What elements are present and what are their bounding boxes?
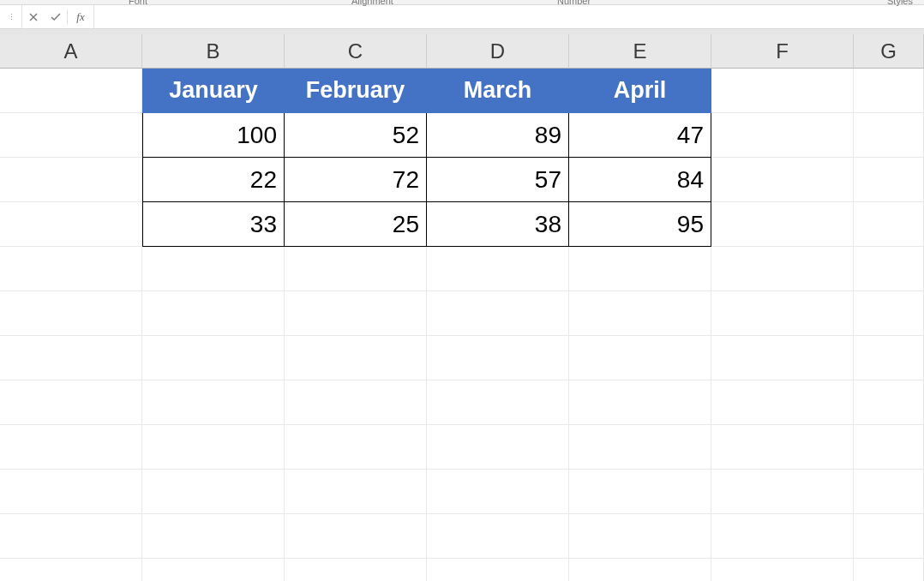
cell-G7[interactable] — [854, 336, 924, 380]
cell-E6[interactable] — [569, 291, 711, 336]
cell-F5[interactable] — [711, 247, 854, 291]
cell-G6[interactable] — [854, 291, 924, 336]
cell-D11[interactable] — [427, 514, 569, 559]
cell-D9[interactable] — [427, 425, 569, 470]
cell-E8[interactable] — [569, 380, 711, 425]
cell-C11[interactable] — [285, 514, 427, 559]
cell-A1[interactable] — [0, 69, 142, 113]
cell-F10[interactable] — [711, 470, 854, 514]
cell-E2[interactable]: 47 — [569, 113, 711, 158]
cell-E10[interactable] — [569, 470, 711, 514]
cell-B1[interactable]: January — [142, 69, 285, 113]
cell-B2[interactable]: 100 — [142, 113, 285, 158]
col-header-G[interactable]: G — [854, 34, 924, 69]
cell-G2[interactable] — [854, 113, 924, 158]
cell-D4[interactable]: 38 — [427, 202, 569, 247]
col-header-D[interactable]: D — [427, 34, 569, 69]
cell-G11[interactable] — [854, 514, 924, 559]
cell-A2[interactable] — [0, 113, 142, 158]
col-header-F[interactable]: F — [711, 34, 854, 69]
cell-F1[interactable] — [711, 69, 854, 113]
cell-E9[interactable] — [569, 425, 711, 470]
cell-C9[interactable] — [285, 425, 427, 470]
fx-icon: fx — [76, 10, 84, 24]
cell-F2[interactable] — [711, 113, 854, 158]
formula-bar-options-icon[interactable]: ⋮ — [0, 5, 22, 28]
cell-G9[interactable] — [854, 425, 924, 470]
cell-G4[interactable] — [854, 202, 924, 247]
cell-F7[interactable] — [711, 336, 854, 380]
cell-G5[interactable] — [854, 247, 924, 291]
cell-C12[interactable] — [285, 559, 427, 581]
cell-B12[interactable] — [142, 559, 285, 581]
cell-B5[interactable] — [142, 247, 285, 291]
ribbon-group-alignment: Alignment — [351, 0, 393, 6]
cell-D10[interactable] — [427, 470, 569, 514]
cell-F11[interactable] — [711, 514, 854, 559]
cell-C10[interactable] — [285, 470, 427, 514]
insert-function-button[interactable]: fx — [68, 5, 93, 28]
cell-E3[interactable]: 84 — [569, 158, 711, 202]
cell-A8[interactable] — [0, 380, 142, 425]
cell-F8[interactable] — [711, 380, 854, 425]
cell-E11[interactable] — [569, 514, 711, 559]
col-header-A[interactable]: A — [0, 34, 142, 69]
row-2: 100 52 89 47 — [0, 113, 924, 158]
cell-B4[interactable]: 33 — [142, 202, 285, 247]
cell-C1[interactable]: February — [285, 69, 427, 113]
cell-A9[interactable] — [0, 425, 142, 470]
formula-input[interactable] — [93, 5, 924, 28]
cell-E7[interactable] — [569, 336, 711, 380]
cell-D6[interactable] — [427, 291, 569, 336]
cell-C5[interactable] — [285, 247, 427, 291]
cell-B7[interactable] — [142, 336, 285, 380]
cell-C3[interactable]: 72 — [285, 158, 427, 202]
cell-A10[interactable] — [0, 470, 142, 514]
cell-B11[interactable] — [142, 514, 285, 559]
cell-A11[interactable] — [0, 514, 142, 559]
cell-D5[interactable] — [427, 247, 569, 291]
cell-G1[interactable] — [854, 69, 924, 113]
cell-C6[interactable] — [285, 291, 427, 336]
cell-F12[interactable] — [711, 559, 854, 581]
spreadsheet-grid[interactable]: A B C D E F G January February March Apr… — [0, 34, 924, 581]
cell-B3[interactable]: 22 — [142, 158, 285, 202]
cancel-button[interactable] — [22, 5, 45, 28]
cell-G8[interactable] — [854, 380, 924, 425]
cell-D12[interactable] — [427, 559, 569, 581]
cell-D1[interactable]: March — [427, 69, 569, 113]
cell-C4[interactable]: 25 — [285, 202, 427, 247]
col-header-E[interactable]: E — [569, 34, 711, 69]
col-header-C[interactable]: C — [285, 34, 427, 69]
cell-A12[interactable] — [0, 559, 142, 581]
cell-G3[interactable] — [854, 158, 924, 202]
cell-E4[interactable]: 95 — [569, 202, 711, 247]
enter-button[interactable] — [45, 5, 67, 28]
cell-F6[interactable] — [711, 291, 854, 336]
cell-A6[interactable] — [0, 291, 142, 336]
cell-F4[interactable] — [711, 202, 854, 247]
cell-D2[interactable]: 89 — [427, 113, 569, 158]
cell-B8[interactable] — [142, 380, 285, 425]
cell-G12[interactable] — [854, 559, 924, 581]
cell-B10[interactable] — [142, 470, 285, 514]
cell-C8[interactable] — [285, 380, 427, 425]
col-header-B[interactable]: B — [142, 34, 285, 69]
cell-A4[interactable] — [0, 202, 142, 247]
cell-A7[interactable] — [0, 336, 142, 380]
cell-F9[interactable] — [711, 425, 854, 470]
cell-G10[interactable] — [854, 470, 924, 514]
cell-F3[interactable] — [711, 158, 854, 202]
cell-E1[interactable]: April — [569, 69, 711, 113]
cell-B9[interactable] — [142, 425, 285, 470]
cell-C7[interactable] — [285, 336, 427, 380]
cell-E5[interactable] — [569, 247, 711, 291]
cell-D7[interactable] — [427, 336, 569, 380]
cell-A3[interactable] — [0, 158, 142, 202]
cell-E12[interactable] — [569, 559, 711, 581]
cell-B6[interactable] — [142, 291, 285, 336]
cell-D3[interactable]: 57 — [427, 158, 569, 202]
cell-D8[interactable] — [427, 380, 569, 425]
cell-C2[interactable]: 52 — [285, 113, 427, 158]
cell-A5[interactable] — [0, 247, 142, 291]
